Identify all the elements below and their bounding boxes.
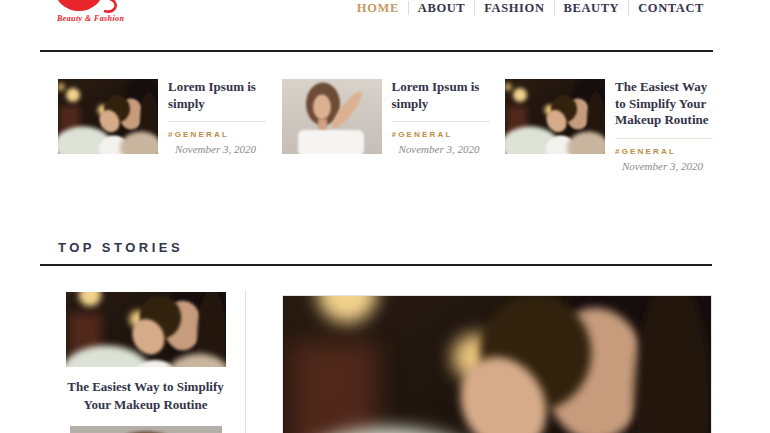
card-divider	[168, 121, 266, 122]
nav-item-contact[interactable]: CONTACT	[628, 1, 713, 15]
article-title[interactable]: The Easiest Way to Simplify Your Makeup …	[615, 79, 713, 129]
column-divider	[245, 290, 246, 433]
top-stories-heading: TOP STORIES	[58, 240, 183, 255]
top-stories-list: The Easiest Way to Simplify Your Makeup …	[58, 292, 233, 433]
card-divider	[392, 121, 490, 122]
nav-item-fashion[interactable]: FASHION	[474, 1, 553, 15]
story-photo-two-women[interactable]	[66, 292, 226, 367]
category-tag[interactable]: #GENERAL	[168, 130, 266, 139]
featured-card: Lorem Ipsum is simply #GENERAL November …	[282, 79, 490, 172]
logo-icon	[57, 0, 132, 13]
article-photo-woman-portrait[interactable]	[282, 79, 382, 154]
category-tag[interactable]: #GENERAL	[392, 130, 490, 139]
article-title[interactable]: Lorem Ipsum is simply	[168, 79, 266, 112]
article-title[interactable]: Lorem Ipsum is simply	[392, 79, 490, 112]
site-logo[interactable]: Beauty & Fashion	[57, 0, 167, 23]
top-story-feature-photo[interactable]	[282, 295, 712, 433]
card-divider	[615, 138, 713, 139]
article-photo-two-women[interactable]	[58, 79, 158, 154]
main-nav: HOME ABOUT FASHION BEAUTY CONTACT	[348, 1, 713, 15]
featured-posts-row: Lorem Ipsum is simply #GENERAL November …	[58, 79, 713, 172]
featured-card: The Easiest Way to Simplify Your Makeup …	[505, 79, 713, 172]
article-date: November 3, 2020	[615, 160, 713, 172]
header-divider	[40, 50, 713, 52]
article-date: November 3, 2020	[168, 143, 266, 155]
nav-item-home[interactable]: HOME	[348, 1, 408, 15]
nav-item-about[interactable]: ABOUT	[408, 1, 474, 15]
nav-item-beauty[interactable]: BEAUTY	[554, 1, 629, 15]
article-photo-two-women[interactable]	[505, 79, 605, 154]
article-date: November 3, 2020	[392, 143, 490, 155]
story-photo-woman-face[interactable]	[70, 426, 222, 433]
featured-card: Lorem Ipsum is simply #GENERAL November …	[58, 79, 266, 172]
category-tag[interactable]: #GENERAL	[615, 147, 713, 156]
story-title[interactable]: The Easiest Way to Simplify Your Makeup …	[58, 378, 233, 413]
logo-text: Beauty & Fashion	[57, 14, 167, 23]
top-stories-divider	[40, 264, 712, 266]
